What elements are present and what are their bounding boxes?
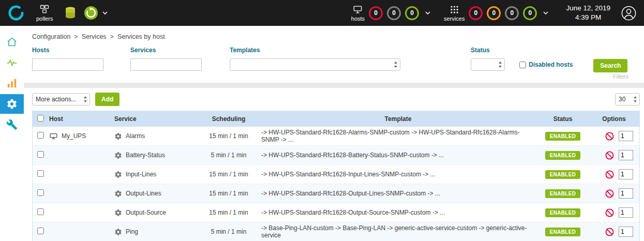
chevron-down-icon[interactable] — [425, 11, 430, 14]
counter-services-ok[interactable]: 0 — [523, 6, 537, 20]
counter-services-unknown[interactable]: 0 — [505, 6, 519, 20]
hosts-filter: Hosts — [32, 47, 103, 71]
centreon-logo-icon — [8, 5, 24, 21]
time-text: 4:39 PM — [566, 13, 610, 22]
user-icon — [621, 5, 637, 21]
chevron-down-icon[interactable] — [543, 11, 548, 14]
column-header-status[interactable]: Status — [537, 111, 589, 127]
add-button[interactable]: Add — [95, 93, 119, 106]
service-name[interactable]: Output-Source — [126, 209, 166, 216]
service-cell[interactable]: Battery-Status — [114, 152, 196, 159]
row-checkbox[interactable] — [37, 228, 44, 234]
row-checkbox[interactable] — [37, 189, 44, 196]
service-name[interactable]: Alarms — [126, 132, 145, 140]
sidebar-item-reporting[interactable] — [0, 73, 24, 93]
options-count-input[interactable] — [619, 188, 633, 199]
page-size-select[interactable]: 30 — [615, 93, 640, 106]
sidebar-item-administration[interactable] — [0, 115, 24, 134]
options-count-input[interactable] — [619, 169, 633, 179]
column-header-scheduling[interactable]: Scheduling — [198, 111, 259, 127]
column-header-template[interactable]: Template — [259, 111, 537, 127]
service-name[interactable]: Ping — [126, 228, 138, 235]
options-count-input[interactable] — [619, 150, 633, 160]
service-name[interactable]: Input-Lines — [126, 171, 156, 178]
chevron-down-icon[interactable] — [102, 11, 108, 14]
row-checkbox[interactable] — [37, 151, 44, 158]
status-badge: ENABLED — [545, 208, 580, 217]
select-all-checkbox[interactable] — [37, 115, 44, 122]
breadcrumb-item-configuration[interactable]: Configuration — [32, 33, 70, 40]
options-count-input[interactable] — [619, 207, 633, 218]
filter-panel: Configuration>Services>Services by host … — [24, 26, 644, 83]
column-header-options[interactable]: Options — [589, 111, 639, 127]
services-menu[interactable]: services — [444, 5, 465, 22]
clock: June 12, 2019 4:39 PM — [566, 4, 610, 22]
options-count-input[interactable] — [619, 227, 633, 237]
disabled-hosts-checkbox[interactable] — [519, 62, 526, 68]
service-cell[interactable]: Input-Lines — [114, 171, 196, 178]
breadcrumb-separator: > — [110, 33, 114, 40]
column-header-host[interactable]: Host — [47, 111, 112, 127]
results-panel: More actions... Add 30 — [24, 88, 644, 241]
sidebar-item-configuration[interactable] — [0, 94, 24, 114]
platform-status[interactable] — [84, 6, 108, 20]
service-name[interactable]: Output-Lines — [126, 190, 161, 197]
search-button[interactable]: Search — [593, 59, 627, 72]
breadcrumb-item-services[interactable]: Services — [82, 33, 107, 40]
date-text: June 12, 2019 — [566, 4, 610, 13]
row-checkbox[interactable] — [37, 132, 44, 139]
service-cell[interactable]: Output-Source — [114, 209, 196, 217]
row-checkbox[interactable] — [37, 208, 44, 215]
template-cell: -> HW-UPS-Standard-Rfc1628-Output-Source… — [259, 203, 537, 222]
sidebar-item-home[interactable] — [0, 32, 24, 52]
services-filter-label: Services — [130, 47, 202, 54]
services-filter-input[interactable] — [130, 58, 202, 71]
disabled-hosts-filter: Disabled hosts — [519, 61, 573, 68]
no-entry-icon[interactable] — [605, 132, 614, 141]
counter-services-critical[interactable]: 0 — [469, 6, 483, 20]
scheduling-cell: 15 min / 1 min — [198, 165, 259, 184]
counter-hosts-unreachable[interactable]: 0 — [387, 6, 401, 20]
service-cell[interactable]: Ping — [114, 228, 196, 236]
no-entry-icon[interactable] — [605, 151, 614, 160]
column-header-service[interactable]: Service — [112, 111, 198, 127]
centreon-logo[interactable] — [5, 5, 27, 21]
no-entry-icon[interactable] — [605, 170, 614, 179]
host-cell — [47, 203, 112, 222]
user-menu[interactable] — [621, 5, 637, 21]
service-cell[interactable]: Output-Lines — [114, 190, 196, 198]
host-cell — [47, 146, 112, 165]
counter-services-warning[interactable]: 0 — [487, 6, 501, 20]
service-name[interactable]: Battery-Status — [126, 152, 165, 159]
database-status[interactable] — [64, 6, 77, 20]
sidebar-item-monitoring[interactable] — [0, 53, 24, 72]
template-cell: -> Base-Ping-LAN-custom -> Base-Ping-LAN… — [259, 222, 537, 241]
counter-hosts-up[interactable]: 0 — [405, 6, 419, 20]
status-filter-select[interactable] — [471, 58, 505, 71]
hosts-filter-input[interactable] — [32, 58, 103, 71]
no-entry-icon[interactable] — [605, 189, 614, 198]
services-label: services — [444, 16, 465, 22]
host-name[interactable]: My_UPS — [62, 132, 86, 140]
templates-filter-select[interactable] — [230, 58, 400, 71]
hosts-menu[interactable]: hosts — [351, 5, 365, 22]
options-count-input[interactable] — [619, 131, 633, 141]
table-row: Input-Lines 15 min / 1 min -> HW-UPS-Sta… — [33, 165, 639, 184]
more-actions-select[interactable]: More actions... — [32, 93, 90, 106]
no-entry-icon[interactable] — [605, 228, 614, 236]
wrench-icon — [6, 119, 18, 130]
row-checkbox[interactable] — [37, 170, 44, 177]
pollers-icon — [39, 4, 50, 14]
status-badge: ENABLED — [545, 228, 580, 236]
no-entry-icon[interactable] — [605, 208, 614, 217]
service-cell[interactable]: Alarms — [114, 132, 196, 140]
disabled-hosts-label[interactable]: Disabled hosts — [529, 61, 573, 68]
sidebar-navigation — [0, 26, 24, 241]
host-cell[interactable]: My_UPS — [49, 132, 110, 141]
counter-hosts-down[interactable]: 0 — [369, 6, 383, 20]
host-icon — [49, 132, 58, 141]
table-row: Ping 5 min / 1 min -> Base-Ping-LAN-cust… — [33, 222, 639, 241]
pollers-menu[interactable]: pollers — [36, 4, 53, 22]
gear-icon — [114, 132, 122, 140]
hosts-filter-label: Hosts — [32, 47, 103, 54]
